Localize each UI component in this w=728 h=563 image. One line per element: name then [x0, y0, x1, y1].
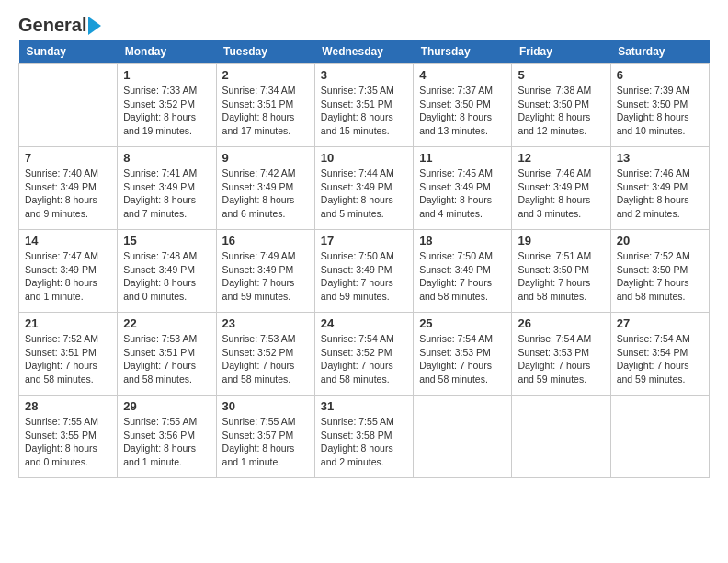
cell-info: Sunrise: 7:53 AMSunset: 3:52 PMDaylight:… — [222, 333, 296, 385]
day-number: 5 — [518, 68, 604, 82]
calendar-cell: 18 Sunrise: 7:50 AMSunset: 3:49 PMDaylig… — [414, 230, 512, 313]
day-number: 18 — [419, 234, 506, 247]
cell-info: Sunrise: 7:46 AMSunset: 3:49 PMDaylight:… — [617, 167, 690, 219]
cell-info: Sunrise: 7:41 AMSunset: 3:49 PMDaylight:… — [123, 167, 197, 219]
calendar-cell: 11 Sunrise: 7:45 AMSunset: 3:49 PMDaylig… — [414, 147, 512, 230]
cell-info: Sunrise: 7:54 AMSunset: 3:52 PMDaylight:… — [321, 333, 394, 385]
calendar-cell: 28 Sunrise: 7:55 AMSunset: 3:55 PMDaylig… — [19, 396, 118, 478]
day-number: 30 — [222, 399, 309, 413]
calendar-cell: 2 Sunrise: 7:34 AMSunset: 3:51 PMDayligh… — [216, 64, 314, 147]
day-number: 22 — [123, 316, 210, 330]
cell-info: Sunrise: 7:55 AMSunset: 3:57 PMDaylight:… — [222, 416, 296, 467]
day-number: 10 — [321, 151, 407, 165]
cell-info: Sunrise: 7:52 AMSunset: 3:50 PMDaylight:… — [617, 250, 690, 302]
cell-info: Sunrise: 7:34 AMSunset: 3:51 PMDaylight:… — [222, 85, 296, 136]
day-number: 1 — [123, 68, 210, 82]
calendar-cell: 26 Sunrise: 7:54 AMSunset: 3:53 PMDaylig… — [512, 313, 610, 396]
cell-info: Sunrise: 7:40 AMSunset: 3:49 PMDaylight:… — [25, 167, 98, 219]
day-number: 15 — [123, 234, 210, 247]
day-number: 28 — [25, 399, 111, 413]
logo-arrow-icon — [88, 17, 101, 35]
calendar-cell — [414, 396, 512, 478]
cell-info: Sunrise: 7:50 AMSunset: 3:49 PMDaylight:… — [419, 250, 493, 302]
cell-info: Sunrise: 7:33 AMSunset: 3:52 PMDaylight:… — [123, 85, 197, 136]
cell-info: Sunrise: 7:54 AMSunset: 3:53 PMDaylight:… — [518, 333, 591, 385]
cell-info: Sunrise: 7:42 AMSunset: 3:49 PMDaylight:… — [222, 167, 296, 219]
calendar-cell: 19 Sunrise: 7:51 AMSunset: 3:50 PMDaylig… — [512, 230, 610, 313]
cell-info: Sunrise: 7:37 AMSunset: 3:50 PMDaylight:… — [419, 85, 493, 136]
day-number: 26 — [518, 316, 604, 330]
day-number: 2 — [222, 68, 309, 82]
calendar-cell: 25 Sunrise: 7:54 AMSunset: 3:53 PMDaylig… — [414, 313, 512, 396]
calendar-cell — [610, 396, 709, 478]
calendar-cell: 20 Sunrise: 7:52 AMSunset: 3:50 PMDaylig… — [610, 230, 709, 313]
calendar-week-row: 7 Sunrise: 7:40 AMSunset: 3:49 PMDayligh… — [19, 147, 710, 230]
cell-info: Sunrise: 7:46 AMSunset: 3:49 PMDaylight:… — [518, 167, 591, 219]
day-number: 9 — [222, 151, 309, 165]
calendar-cell: 21 Sunrise: 7:52 AMSunset: 3:51 PMDaylig… — [19, 313, 118, 396]
day-header-tuesday: Tuesday — [216, 40, 314, 64]
day-number: 20 — [617, 234, 703, 247]
calendar-cell: 10 Sunrise: 7:44 AMSunset: 3:49 PMDaylig… — [314, 147, 413, 230]
cell-info: Sunrise: 7:45 AMSunset: 3:49 PMDaylight:… — [419, 167, 493, 219]
calendar-cell — [512, 396, 610, 478]
calendar-cell: 24 Sunrise: 7:54 AMSunset: 3:52 PMDaylig… — [314, 313, 413, 396]
calendar-cell: 17 Sunrise: 7:50 AMSunset: 3:49 PMDaylig… — [314, 230, 413, 313]
calendar-cell: 27 Sunrise: 7:54 AMSunset: 3:54 PMDaylig… — [610, 313, 709, 396]
day-number: 23 — [222, 316, 309, 330]
cell-info: Sunrise: 7:35 AMSunset: 3:51 PMDaylight:… — [321, 85, 394, 136]
cell-info: Sunrise: 7:55 AMSunset: 3:55 PMDaylight:… — [25, 416, 98, 467]
calendar-cell: 1 Sunrise: 7:33 AMSunset: 3:52 PMDayligh… — [118, 64, 216, 147]
calendar-cell: 15 Sunrise: 7:48 AMSunset: 3:49 PMDaylig… — [118, 230, 216, 313]
cell-info: Sunrise: 7:39 AMSunset: 3:50 PMDaylight:… — [617, 85, 690, 136]
day-number: 4 — [419, 68, 506, 82]
calendar-cell: 14 Sunrise: 7:47 AMSunset: 3:49 PMDaylig… — [19, 230, 118, 313]
calendar-cell: 5 Sunrise: 7:38 AMSunset: 3:50 PMDayligh… — [512, 64, 610, 147]
cell-info: Sunrise: 7:55 AMSunset: 3:58 PMDaylight:… — [321, 416, 394, 467]
day-number: 11 — [419, 151, 506, 165]
cell-info: Sunrise: 7:55 AMSunset: 3:56 PMDaylight:… — [123, 416, 197, 467]
cell-info: Sunrise: 7:38 AMSunset: 3:50 PMDaylight:… — [518, 85, 591, 136]
day-header-monday: Monday — [118, 40, 216, 64]
calendar-cell: 30 Sunrise: 7:55 AMSunset: 3:57 PMDaylig… — [216, 396, 314, 478]
calendar-cell: 12 Sunrise: 7:46 AMSunset: 3:49 PMDaylig… — [512, 147, 610, 230]
day-number: 16 — [222, 234, 309, 247]
day-number: 24 — [321, 316, 407, 330]
day-header-friday: Friday — [512, 40, 610, 64]
calendar-body: 1 Sunrise: 7:33 AMSunset: 3:52 PMDayligh… — [19, 64, 710, 478]
calendar-cell: 8 Sunrise: 7:41 AMSunset: 3:49 PMDayligh… — [118, 147, 216, 230]
day-header-thursday: Thursday — [414, 40, 512, 64]
calendar-header-row: SundayMondayTuesdayWednesdayThursdayFrid… — [19, 40, 710, 64]
calendar-cell — [19, 64, 118, 147]
calendar-cell: 3 Sunrise: 7:35 AMSunset: 3:51 PMDayligh… — [314, 64, 413, 147]
calendar-cell: 9 Sunrise: 7:42 AMSunset: 3:49 PMDayligh… — [216, 147, 314, 230]
calendar-week-row: 14 Sunrise: 7:47 AMSunset: 3:49 PMDaylig… — [19, 230, 710, 313]
day-number: 12 — [518, 151, 604, 165]
calendar-cell: 31 Sunrise: 7:55 AMSunset: 3:58 PMDaylig… — [314, 396, 413, 478]
calendar-cell: 16 Sunrise: 7:49 AMSunset: 3:49 PMDaylig… — [216, 230, 314, 313]
day-number: 19 — [518, 234, 604, 247]
calendar-cell: 7 Sunrise: 7:40 AMSunset: 3:49 PMDayligh… — [19, 147, 118, 230]
cell-info: Sunrise: 7:44 AMSunset: 3:49 PMDaylight:… — [321, 167, 394, 219]
day-number: 6 — [617, 68, 703, 82]
calendar-week-row: 28 Sunrise: 7:55 AMSunset: 3:55 PMDaylig… — [19, 396, 710, 478]
day-number: 17 — [321, 234, 407, 247]
page-header: General — [18, 9, 710, 32]
day-number: 27 — [617, 316, 703, 330]
logo-general: General — [18, 15, 86, 36]
cell-info: Sunrise: 7:54 AMSunset: 3:54 PMDaylight:… — [617, 333, 690, 385]
calendar-week-row: 21 Sunrise: 7:52 AMSunset: 3:51 PMDaylig… — [19, 313, 710, 396]
calendar-cell: 22 Sunrise: 7:53 AMSunset: 3:51 PMDaylig… — [118, 313, 216, 396]
day-number: 31 — [321, 399, 407, 413]
cell-info: Sunrise: 7:50 AMSunset: 3:49 PMDaylight:… — [321, 250, 394, 302]
day-number: 21 — [25, 316, 111, 330]
day-number: 8 — [123, 151, 210, 165]
calendar-cell: 13 Sunrise: 7:46 AMSunset: 3:49 PMDaylig… — [610, 147, 709, 230]
day-number: 14 — [25, 234, 111, 247]
day-number: 25 — [419, 316, 506, 330]
logo: General — [18, 15, 101, 32]
cell-info: Sunrise: 7:54 AMSunset: 3:53 PMDaylight:… — [419, 333, 493, 385]
cell-info: Sunrise: 7:51 AMSunset: 3:50 PMDaylight:… — [518, 250, 591, 302]
day-number: 3 — [321, 68, 407, 82]
calendar-week-row: 1 Sunrise: 7:33 AMSunset: 3:52 PMDayligh… — [19, 64, 710, 147]
